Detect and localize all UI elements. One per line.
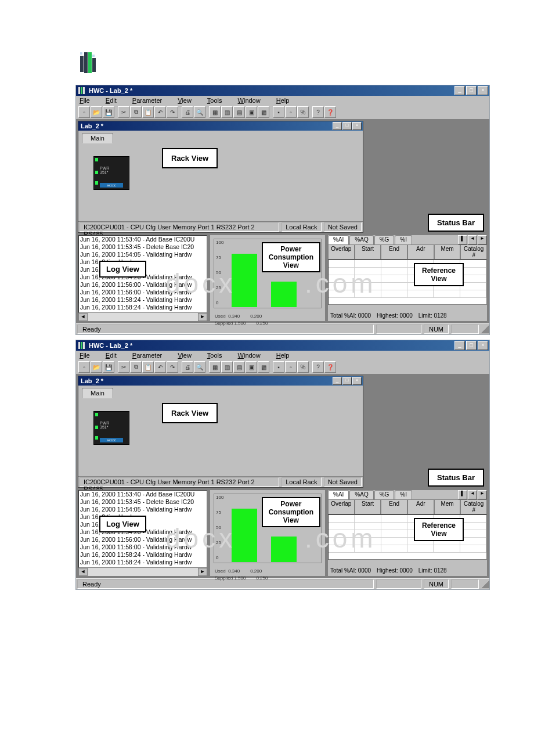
tool-redo-icon[interactable]: ↷	[167, 361, 178, 373]
menu-help[interactable]: Help	[276, 352, 297, 359]
window-maximize-button[interactable]: □	[466, 341, 477, 350]
ref-col-overlap[interactable]: Overlap	[328, 499, 355, 514]
menu-tools[interactable]: Tools	[207, 352, 229, 359]
window-minimize-button[interactable]: _	[454, 86, 465, 95]
tool-group8-icon[interactable]: %	[297, 361, 309, 373]
log-hscroll[interactable]: ◄ ►	[78, 313, 207, 321]
window-maximize-button[interactable]: □	[466, 86, 477, 95]
ref-tab-scroll-left-icon[interactable]: ◄	[468, 235, 477, 244]
tool-save-icon[interactable]: 💾	[103, 106, 114, 118]
scroll-left-icon[interactable]: ◄	[78, 568, 88, 576]
ref-tab-scroll-left-icon[interactable]: ◄	[468, 490, 477, 499]
tool-group3-icon[interactable]: ▤	[233, 361, 245, 373]
rack-close-button[interactable]: ×	[352, 122, 362, 130]
resize-grip-icon[interactable]	[481, 325, 489, 333]
rack-close-button[interactable]: ×	[352, 377, 362, 385]
tool-copy-icon[interactable]: ⧉	[130, 106, 142, 118]
log-row[interactable]: Jun 16, 2000 11:58:24 - Validating Hardw	[79, 551, 207, 559]
tool-open-icon[interactable]: 📂	[91, 106, 102, 118]
resize-grip-icon[interactable]	[481, 580, 489, 588]
menu-tools[interactable]: Tools	[207, 97, 229, 104]
ref-tab-scroll-right-icon[interactable]: ►	[478, 490, 487, 499]
log-row[interactable]: Jun 16, 2000 11:54:05 - Validating Hardw	[79, 251, 207, 258]
menu-window[interactable]: Window	[238, 97, 268, 104]
tool-undo-icon[interactable]: ↶	[154, 106, 166, 118]
log-hscroll[interactable]: ◄ ►	[78, 568, 207, 576]
tool-preview-icon[interactable]: 🔍	[194, 106, 205, 118]
tool-help-icon[interactable]: ?	[312, 361, 324, 373]
rack-module[interactable]: PWR351* acccc	[93, 411, 129, 445]
window-minimize-button[interactable]: _	[454, 341, 465, 350]
menu-edit[interactable]: Edit	[106, 97, 124, 104]
tool-new-icon[interactable]: ▫	[78, 106, 90, 118]
ref-tab-g[interactable]: %G	[374, 490, 395, 499]
log-row[interactable]: Jun 16, 2000 11:54:05 - Validating Hardw	[79, 506, 207, 513]
scroll-left-icon[interactable]: ◄	[78, 313, 88, 321]
ref-col-end[interactable]: End	[381, 499, 407, 514]
tool-redo-icon[interactable]: ↷	[167, 106, 178, 118]
rack-titlebar[interactable]: Lab_2 * _ □ ×	[78, 121, 363, 131]
ref-col-overlap[interactable]: Overlap	[328, 244, 355, 260]
tool-group2-icon[interactable]: ▥	[221, 361, 233, 373]
log-row[interactable]: Jun 16, 2000 11:56:00 - Validating Hardw	[79, 536, 207, 543]
rack-tab-main[interactable]: Main	[82, 388, 113, 398]
rack-maximize-button[interactable]: □	[342, 122, 352, 130]
menu-parameter[interactable]: Parameter	[132, 97, 169, 104]
tool-cut-icon[interactable]: ✂	[118, 361, 129, 373]
tool-group6-icon[interactable]: ▪	[273, 361, 284, 373]
rack-titlebar[interactable]: Lab_2 * _ □ ×	[78, 376, 363, 386]
log-row[interactable]: Jun 16, 2000 11:56:00 - Validating Hardw	[79, 281, 207, 289]
ref-tab-scroll-bar-icon[interactable]: ▌	[458, 235, 467, 244]
menu-view[interactable]: View	[178, 97, 199, 104]
rack-module[interactable]: PWR351* acccc	[93, 156, 129, 190]
log-row[interactable]: Jun 16, 2000 11:53:45 - Delete Base IC20	[79, 243, 207, 251]
log-row[interactable]: Jun 16, 2000 11:53:40 - Add Base IC200U	[79, 236, 207, 243]
log-row[interactable]: Jun 16, 2000 11:58:24 - Validating Hardw	[79, 304, 207, 311]
ref-tab-aq[interactable]: %AQ	[349, 490, 373, 499]
ref-tab-ai[interactable]: %AI	[328, 490, 349, 499]
tool-whatsthis-icon[interactable]: ❓	[324, 106, 336, 118]
ref-tab-g[interactable]: %G	[374, 235, 395, 244]
rack-minimize-button[interactable]: _	[333, 122, 342, 130]
log-row[interactable]: Jun 16, 2000 11:58:24 - Validating Hardw	[79, 296, 207, 304]
ref-tab-i[interactable]: %I	[395, 490, 412, 499]
tool-undo-icon[interactable]: ↶	[154, 361, 166, 373]
tool-help-icon[interactable]: ?	[312, 106, 324, 118]
tool-paste-icon[interactable]: 📋	[142, 106, 154, 118]
tool-cut-icon[interactable]: ✂	[118, 106, 129, 118]
menu-file[interactable]: File	[80, 352, 97, 359]
menubar[interactable]: File Edit Parameter View Tools Window He…	[76, 351, 489, 360]
toolbar[interactable]: ▫ 📂 💾 ✂ ⧉ 📋 ↶ ↷ 🖨 🔍 ▦ ▥ ▤ ▣ ▩ ▪ ▫ % ? ❓	[76, 360, 489, 374]
tool-group5-icon[interactable]: ▩	[258, 106, 269, 118]
tool-group1-icon[interactable]: ▦	[209, 361, 221, 373]
ref-tab-scroll-bar-icon[interactable]: ▌	[458, 490, 467, 499]
tool-group4-icon[interactable]: ▣	[246, 106, 257, 118]
tool-group3-icon[interactable]: ▤	[233, 106, 245, 118]
log-row[interactable]: Jun 16, 2000 11:53:40 - Add Base IC200U	[79, 491, 207, 498]
scroll-right-icon[interactable]: ►	[198, 568, 207, 576]
window-close-button[interactable]: ×	[478, 341, 488, 350]
ref-tabs[interactable]: %AI %AQ %G %I ▌ ◄ ►	[328, 490, 487, 499]
ref-col-end[interactable]: End	[381, 244, 407, 260]
ref-col-mem[interactable]: Mem	[434, 499, 461, 514]
tool-new-icon[interactable]: ▫	[78, 361, 90, 373]
menu-window[interactable]: Window	[238, 352, 268, 359]
menu-help[interactable]: Help	[276, 97, 297, 104]
ref-col-catalog[interactable]: Catalog #	[460, 244, 487, 260]
tool-group4-icon[interactable]: ▣	[246, 361, 257, 373]
app-titlebar[interactable]: HWC - Lab_2 * _ □ ×	[76, 85, 489, 96]
tool-group6-icon[interactable]: ▪	[273, 106, 284, 118]
log-row[interactable]: Jun 16, 2000 11:58:24 - Validating Hardw	[79, 559, 207, 566]
scroll-right-icon[interactable]: ►	[198, 313, 207, 321]
menu-view[interactable]: View	[178, 352, 199, 359]
tool-print-icon[interactable]: 🖨	[182, 361, 193, 373]
log-row[interactable]: Jun 16, 2000 11:56:00 - Validating Hardw	[79, 543, 207, 551]
toolbar[interactable]: ▫ 📂 💾 ✂ ⧉ 📋 ↶ ↷ 🖨 🔍 ▦ ▥ ▤ ▣ ▩ ▪ ▫ % ? ❓	[76, 105, 489, 119]
ref-tab-i[interactable]: %I	[395, 235, 412, 244]
tool-paste-icon[interactable]: 📋	[142, 361, 154, 373]
ref-tab-aq[interactable]: %AQ	[349, 235, 373, 244]
ref-col-catalog[interactable]: Catalog #	[460, 499, 487, 514]
tool-group5-icon[interactable]: ▩	[258, 361, 269, 373]
tool-group1-icon[interactable]: ▦	[209, 106, 221, 118]
tool-group7-icon[interactable]: ▫	[285, 361, 297, 373]
